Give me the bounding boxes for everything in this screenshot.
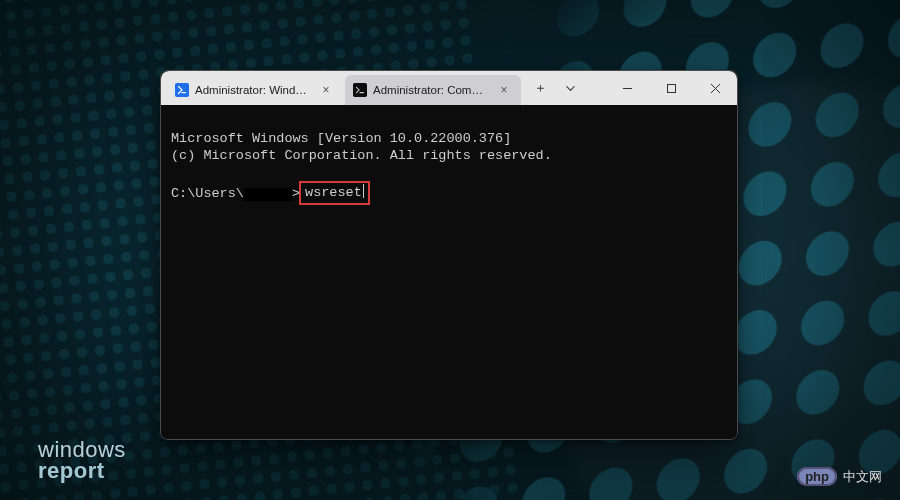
new-tab-button[interactable]: ＋ (525, 71, 555, 105)
windows-report-watermark: windows report (38, 440, 126, 482)
tab-dropdown-button[interactable] (555, 71, 585, 105)
tab-actions: ＋ (525, 71, 585, 105)
maximize-button[interactable] (649, 71, 693, 105)
typed-command: wsreset (305, 185, 362, 200)
terminal-prompt-line: C:\Users\>wsreset (171, 181, 727, 205)
php-pill: php (797, 467, 837, 486)
minimize-button[interactable] (605, 71, 649, 105)
tab-close-button[interactable]: × (319, 83, 333, 97)
command-highlight-box: wsreset (299, 181, 370, 205)
prompt-prefix: C:\Users\ (171, 185, 244, 202)
tab-label: Administrator: Windows PowerS (195, 84, 313, 96)
text-cursor (363, 184, 364, 198)
terminal-line-version: Microsoft Windows [Version 10.0.22000.37… (171, 131, 511, 146)
maximize-icon (666, 83, 677, 94)
close-icon (710, 83, 721, 94)
php-cn-watermark: php 中文网 (797, 467, 882, 486)
close-window-button[interactable] (693, 71, 737, 105)
watermark-line2: report (38, 461, 126, 482)
terminal-window: Administrator: Windows PowerS × Administ… (160, 70, 738, 440)
terminal-body[interactable]: Microsoft Windows [Version 10.0.22000.37… (161, 105, 737, 439)
svg-rect-2 (667, 84, 675, 92)
cmd-icon (353, 83, 367, 97)
window-controls (605, 71, 737, 105)
svg-rect-1 (353, 83, 367, 97)
terminal-line-copyright: (c) Microsoft Corporation. All rights re… (171, 148, 552, 163)
titlebar[interactable]: Administrator: Windows PowerS × Administ… (161, 71, 737, 105)
tab-close-button[interactable]: × (497, 83, 511, 97)
powershell-icon (175, 83, 189, 97)
tab-powershell[interactable]: Administrator: Windows PowerS × (167, 75, 343, 105)
chevron-down-icon (565, 83, 576, 94)
redacted-username (244, 188, 292, 201)
minimize-icon (622, 83, 633, 94)
php-text: 中文网 (843, 468, 882, 486)
tab-command-prompt[interactable]: Administrator: Command Promp × (345, 75, 521, 105)
tab-label: Administrator: Command Promp (373, 84, 491, 96)
